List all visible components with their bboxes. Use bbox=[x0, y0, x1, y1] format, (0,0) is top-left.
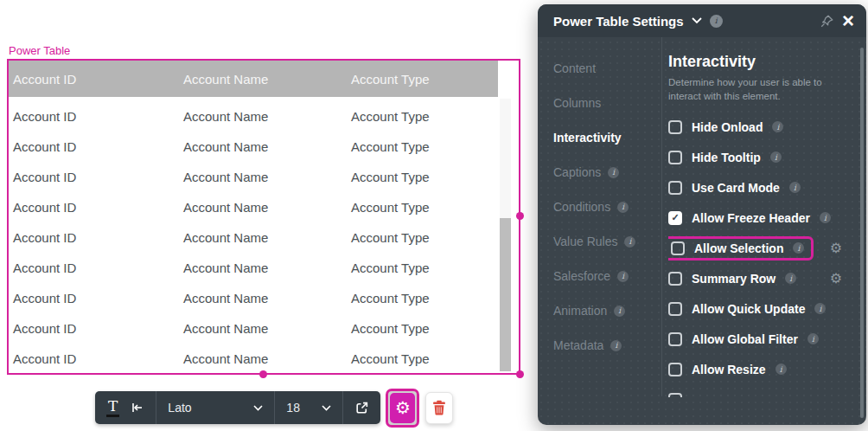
panel-nav-item-columns[interactable]: Columns bbox=[553, 86, 658, 120]
option-label: Allow Resize bbox=[692, 363, 766, 376]
nav-item-label: Metadata bbox=[553, 338, 603, 352]
option-main: Allow Global Filteri bbox=[668, 332, 819, 346]
table-scrollbar[interactable] bbox=[500, 99, 511, 371]
table-row[interactable]: Account IDAccount NameAccount Type bbox=[9, 253, 519, 283]
checkbox[interactable] bbox=[668, 181, 682, 195]
info-icon[interactable]: i bbox=[617, 271, 629, 282]
info-icon[interactable]: i bbox=[617, 202, 629, 213]
resize-handle-right[interactable] bbox=[516, 212, 524, 220]
panel-body: ContentColumnsInteractivityCaptionsiCond… bbox=[538, 37, 866, 425]
option-row: Hide Tooltipi bbox=[668, 142, 854, 172]
toolbar-divider bbox=[274, 391, 275, 424]
option-main: Use Card Modei bbox=[668, 181, 801, 195]
checkbox[interactable] bbox=[668, 151, 682, 164]
info-icon[interactable]: i bbox=[624, 236, 635, 248]
table-row[interactable]: Account IDAccount NameAccount Type bbox=[9, 313, 519, 344]
info-icon[interactable]: i bbox=[610, 340, 622, 351]
resize-handle-corner[interactable] bbox=[516, 370, 524, 378]
info-icon[interactable]: i bbox=[770, 151, 782, 163]
font-family-dropdown[interactable]: Lato bbox=[168, 401, 263, 415]
table-row[interactable]: Account IDAccount NameAccount Type bbox=[9, 222, 519, 253]
checkbox[interactable] bbox=[668, 332, 682, 346]
checkbox[interactable] bbox=[668, 363, 682, 376]
panel-nav-item-value-rules[interactable]: Value Rulesi bbox=[553, 224, 658, 259]
table-cell: Account Type bbox=[347, 321, 519, 336]
info-icon[interactable]: i bbox=[614, 306, 625, 317]
info-icon[interactable]: i bbox=[789, 182, 801, 193]
info-icon[interactable]: i bbox=[785, 273, 796, 284]
panel-nav-item-content[interactable]: Content bbox=[553, 51, 658, 86]
panel-nav-item-animation[interactable]: Animationi bbox=[553, 293, 658, 328]
info-icon[interactable]: i bbox=[793, 242, 804, 254]
table-row[interactable]: Account IDAccount NameAccount Type bbox=[9, 192, 519, 222]
resize-handle-bottom[interactable] bbox=[259, 370, 267, 378]
settings-panel: Power Table Settings i × ContentColumnsI… bbox=[538, 4, 866, 425]
panel-nav-item-salesforce[interactable]: Salesforcei bbox=[553, 259, 658, 293]
table-cell: Account ID bbox=[9, 230, 179, 245]
table-cell: Account Name bbox=[179, 230, 347, 245]
checkbox[interactable] bbox=[668, 272, 682, 286]
info-icon[interactable]: i bbox=[807, 333, 819, 344]
table-row[interactable]: Account IDAccount NameAccount Type bbox=[9, 283, 519, 313]
toolbar-divider bbox=[156, 391, 156, 424]
table-row[interactable]: Account IDAccount NameAccount Type bbox=[9, 162, 519, 192]
pin-icon[interactable] bbox=[820, 14, 834, 29]
option-main: Allow Quick Updatei bbox=[668, 302, 826, 316]
option-row: Hide Onloadi bbox=[668, 112, 854, 142]
panel-title-chevron-icon[interactable] bbox=[692, 17, 702, 24]
power-table[interactable]: Account IDAccount NameAccount Type Accou… bbox=[7, 59, 520, 375]
info-icon[interactable]: i bbox=[814, 303, 826, 314]
checkbox[interactable] bbox=[671, 241, 685, 255]
table-scrollbar-thumb[interactable] bbox=[500, 218, 511, 371]
nav-item-label: Conditions bbox=[553, 200, 610, 214]
table-row[interactable]: Account IDAccount NameAccount Type bbox=[9, 344, 519, 374]
option-main: Summary Rowi bbox=[668, 272, 796, 286]
option-label: Allow Selection bbox=[694, 241, 783, 255]
nav-item-label: Columns bbox=[553, 96, 601, 110]
table-cell: Account Type bbox=[347, 291, 519, 306]
info-icon[interactable]: i bbox=[775, 363, 787, 375]
info-icon[interactable]: i bbox=[820, 212, 831, 223]
checkbox[interactable]: ✓ bbox=[668, 211, 682, 225]
checkbox[interactable] bbox=[668, 393, 682, 398]
table-cell: Account Name bbox=[179, 261, 347, 275]
option-gear-icon[interactable]: ⚙ bbox=[830, 272, 842, 286]
table-cell: Account ID bbox=[9, 321, 179, 336]
table-header-cell[interactable]: Account Type bbox=[347, 72, 498, 87]
option-label: Hide Tooltip bbox=[692, 151, 761, 164]
checkbox[interactable] bbox=[668, 302, 682, 316]
section-description: Determine how your user is able to inter… bbox=[668, 76, 854, 103]
table-cell: Account Type bbox=[347, 139, 519, 154]
table-cell: Account Type bbox=[347, 200, 519, 215]
open-external-icon[interactable] bbox=[354, 401, 369, 415]
checkbox[interactable] bbox=[668, 120, 682, 134]
panel-title: Power Table Settings bbox=[553, 14, 684, 29]
chevron-down-icon bbox=[322, 405, 331, 411]
table-cell: Account Name bbox=[179, 351, 347, 366]
panel-nav-item-metadata[interactable]: Metadatai bbox=[553, 328, 658, 363]
info-icon[interactable]: i bbox=[608, 167, 619, 178]
settings-gear-button[interactable]: ⚙ bbox=[390, 393, 415, 423]
panel-nav-item-conditions[interactable]: Conditionsi bbox=[553, 190, 658, 224]
table-cell: Account Type bbox=[347, 109, 519, 124]
close-icon[interactable]: × bbox=[842, 10, 854, 31]
table-header-cell[interactable]: Account ID bbox=[9, 72, 179, 87]
font-size-dropdown[interactable]: 18 bbox=[286, 401, 331, 415]
table-cell: Account Name bbox=[179, 291, 347, 306]
panel-nav-item-captions[interactable]: Captionsi bbox=[553, 155, 658, 190]
delete-button[interactable] bbox=[425, 392, 453, 424]
table-row[interactable]: Account IDAccount NameAccount Type bbox=[9, 132, 519, 162]
nav-item-label: Captions bbox=[553, 165, 601, 179]
panel-header: Power Table Settings i × bbox=[538, 4, 866, 37]
option-gear-icon[interactable]: ⚙ bbox=[830, 241, 842, 255]
table-header-cell[interactable]: Account Name bbox=[179, 72, 347, 87]
table-row[interactable]: Account IDAccount NameAccount Type bbox=[9, 101, 519, 132]
panel-scrollbar[interactable] bbox=[860, 48, 864, 418]
panel-nav-item-interactivity[interactable]: Interactivity bbox=[553, 120, 658, 155]
align-left-icon[interactable] bbox=[131, 401, 144, 415]
text-color-button[interactable]: T bbox=[106, 399, 119, 417]
table-cell: Account Name bbox=[179, 109, 347, 124]
element-toolbar: T Lato 18 bbox=[95, 391, 453, 424]
panel-info-icon[interactable]: i bbox=[710, 15, 723, 28]
info-icon[interactable]: i bbox=[772, 121, 783, 132]
